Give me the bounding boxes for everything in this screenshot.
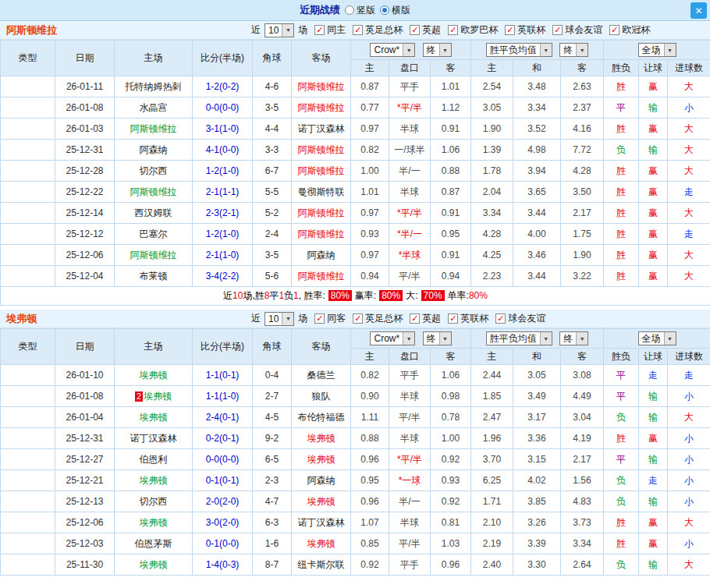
score-cell: 1-1(0-1) <box>193 365 253 386</box>
handicap-result-cell: 输 <box>639 491 668 512</box>
chevron-down-icon: ▼ <box>403 44 414 56</box>
games-count-select[interactable]: 10 ▼ <box>264 312 294 326</box>
home-odds-cell: 0.85 <box>351 533 389 554</box>
away-cell: 阿斯顿维拉 <box>292 161 351 182</box>
goals-cell: 大 <box>668 203 710 224</box>
league-cell: 英超 <box>1 203 55 224</box>
table-row: 欧罗巴杯 25-12-12 巴塞尔 1-2(1-0) 2-4 阿斯顿维拉 0.9… <box>1 224 710 245</box>
league-cell: 英超 <box>1 449 55 470</box>
odds-company-select[interactable]: Crow* ▼ <box>370 331 415 345</box>
score-cell: 3-4(2-2) <box>193 266 253 287</box>
summary-part: 70% <box>421 290 445 301</box>
corner-cell: 3-5 <box>253 97 292 119</box>
home-odds-cell: 0.94 <box>351 266 389 287</box>
avg-odds-select[interactable]: 胜平负均值 ▼ <box>486 331 552 345</box>
win-odds-cell: 3.70 <box>471 449 513 470</box>
home-odds-cell: 0.96 <box>351 449 389 470</box>
filter-checkbox-label: 欧冠杯 <box>622 23 650 37</box>
col-goals: 进球数 <box>668 60 710 76</box>
table-row: 英足总杯 26-01-10 埃弗顿 1-1(0-1) 0-4 桑德兰 0.82 … <box>1 365 710 386</box>
lose-odds-cell: 2.17 <box>561 203 604 224</box>
filter-checkbox[interactable]: ✓ 球会友谊 <box>495 312 545 325</box>
home-cell: 埃弗顿 <box>115 407 193 428</box>
filter-checkbox[interactable]: ✓ 英联杯 <box>505 23 545 37</box>
odds-state-select[interactable]: 终 ▼ <box>423 43 452 57</box>
result-cell: 平 <box>604 386 639 407</box>
score-cell: 0-1(0-1) <box>193 470 253 491</box>
filter-checkbox[interactable]: ✓ 欧冠杯 <box>609 23 650 37</box>
away-cell: 埃弗顿 <box>292 491 351 512</box>
home-cell: 巴塞尔 <box>115 224 193 245</box>
score-cell: 2-4(0-1) <box>193 407 253 428</box>
summary-part: 1 <box>293 290 299 301</box>
draw-odds-cell: 3.36 <box>513 428 561 449</box>
games-count-value: 10 <box>268 313 279 324</box>
corner-cell: 5-6 <box>253 266 292 287</box>
handicap-result-cell: 赢 <box>639 119 668 140</box>
col-handicap-home: 主 <box>351 349 389 365</box>
goals-cell: 小 <box>668 491 710 512</box>
handicap-cell: 半/一 <box>389 161 431 182</box>
away-odds-cell: 1.01 <box>431 76 471 97</box>
games-count-select[interactable]: 10 ▼ <box>264 23 294 37</box>
filter-checkbox[interactable]: ✓ 英超 <box>410 23 441 37</box>
table-row: 英超 25-12-31 阿森纳 4-1(0-0) 3-3 阿斯顿维拉 0.82 … <box>1 140 710 161</box>
handicap-cell: 平/半 <box>389 533 431 554</box>
checkbox-checked-icon: ✓ <box>353 25 363 35</box>
draw-odds-cell: 3.65 <box>513 182 561 203</box>
table-row: 英超 26-01-04 埃弗顿 2-4(0-1) 4-5 布伦特福德 1.11 … <box>1 407 710 428</box>
table-row: 英超 25-12-22 阿斯顿维拉 2-1(1-1) 5-5 曼彻斯特联 1.0… <box>1 182 710 203</box>
chevron-down-icon: ▼ <box>540 332 552 345</box>
away-team: 阿斯顿维拉 <box>298 271 345 282</box>
filter-checkbox[interactable]: ✓ 欧罗巴杯 <box>448 23 498 37</box>
radio-horizontal-layout[interactable]: 横版 <box>380 4 410 17</box>
close-button[interactable]: ✕ <box>690 2 707 19</box>
odds-state-select[interactable]: 终 ▼ <box>423 331 452 345</box>
radio-vertical-layout[interactable]: 竖版 <box>345 4 375 17</box>
col-type: 类型 <box>1 329 55 365</box>
away-odds-cell: 0.87 <box>431 182 471 203</box>
away-cell: 阿森纳 <box>292 245 351 266</box>
handicap-result-cell: 赢 <box>639 182 668 203</box>
result-cell: 胜 <box>604 266 639 287</box>
win-odds-cell: 3.34 <box>471 203 513 224</box>
filter-checkbox[interactable]: ✓ 同主 <box>314 23 346 37</box>
score-cell: 3-1(1-0) <box>193 119 253 140</box>
home-odds-cell: 1.00 <box>351 161 389 182</box>
away-cell: 诺丁汉森林 <box>292 119 351 140</box>
away-cell: 桑德兰 <box>292 365 351 386</box>
avg-state-select[interactable]: 终 ▼ <box>559 331 588 345</box>
filter-checkbox[interactable]: ✓ 英足总杯 <box>353 23 403 37</box>
away-cell: 埃弗顿 <box>292 428 351 449</box>
avg-odds-select[interactable]: 胜平负均值 ▼ <box>486 43 552 57</box>
draw-odds-cell: 3.44 <box>513 203 561 224</box>
home-cell: 阿斯顿维拉 <box>115 182 193 203</box>
games-suffix-label: 场 <box>298 312 307 325</box>
odds-company-select[interactable]: Crow* ▼ <box>370 43 415 57</box>
date-cell: 26-01-11 <box>55 76 115 97</box>
scope-select[interactable]: 全场 ▼ <box>638 331 676 345</box>
score-cell: 1-2(0-2) <box>193 76 253 97</box>
away-cell: 阿斯顿维拉 <box>292 140 351 161</box>
filter-checkbox[interactable]: ✓ 英联杯 <box>448 312 488 325</box>
avg-state-select[interactable]: 终 ▼ <box>559 43 588 57</box>
filter-checkbox[interactable]: ✓ 同客 <box>314 312 346 325</box>
table-row: 英超 25-12-03 伯恩茅斯 0-1(0-0) 1-6 埃弗顿 0.85 平… <box>1 533 710 554</box>
filter-checkbox[interactable]: ✓ 球会友谊 <box>552 23 602 37</box>
away-team: 阿斯顿维拉 <box>298 228 345 239</box>
filter-checkbox-label: 球会友谊 <box>565 23 602 37</box>
away-odds-cell: 1.06 <box>431 365 471 386</box>
filter-checkbox[interactable]: ✓ 英超 <box>410 312 441 325</box>
home-odds-cell: 0.90 <box>351 386 389 407</box>
filter-checkbox[interactable]: ✓ 英足总杯 <box>353 312 403 325</box>
avg-odds-header: 胜平负均值 ▼ 终 ▼ <box>471 41 604 60</box>
col-goals: 进球数 <box>668 349 710 365</box>
corner-cell: 3-3 <box>253 140 292 161</box>
scope-select[interactable]: 全场 ▼ <box>638 43 676 57</box>
col-handicap-home: 主 <box>351 60 389 76</box>
lose-odds-cell: 4.16 <box>561 119 604 140</box>
win-odds-cell: 1.78 <box>471 161 513 182</box>
draw-odds-cell: 3.46 <box>513 245 561 266</box>
corner-cell: 5-2 <box>253 203 292 224</box>
table-row: 英超 26-01-03 阿斯顿维拉 3-1(1-0) 4-4 诺丁汉森林 0.9… <box>1 119 710 140</box>
